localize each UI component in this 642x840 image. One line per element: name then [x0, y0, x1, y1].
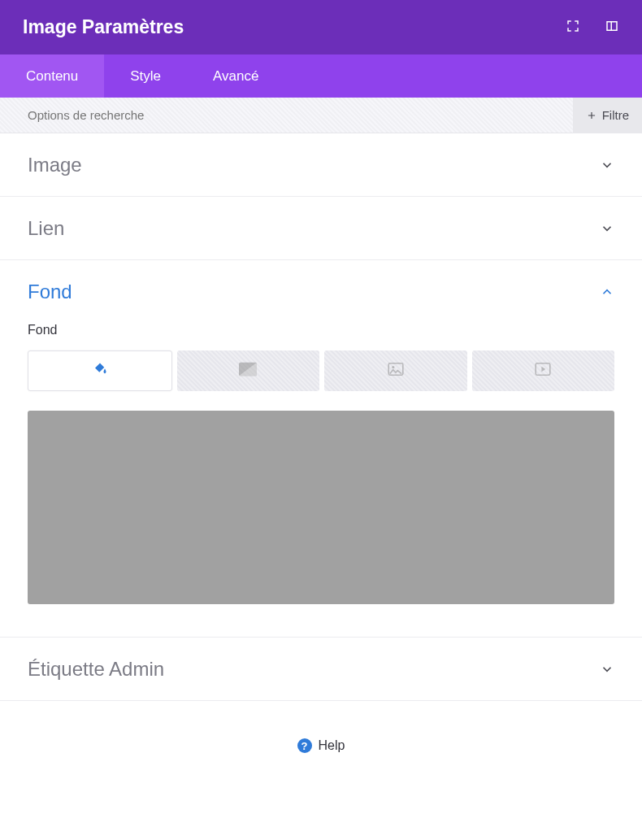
fond-field-label: Fond [28, 323, 614, 337]
search-input[interactable] [28, 108, 397, 122]
image-icon [388, 363, 404, 379]
section-lien: Lien [0, 197, 642, 260]
chevron-up-icon [600, 285, 614, 299]
section-lien-header[interactable]: Lien [0, 197, 642, 259]
help-label: Help [319, 738, 345, 753]
bg-tab-gradient[interactable] [177, 350, 320, 391]
tab-avance[interactable]: Avancé [187, 54, 284, 98]
section-fond-body: Fond [0, 323, 642, 637]
section-image: Image [0, 133, 642, 197]
bg-tab-image[interactable] [324, 350, 467, 391]
section-lien-title: Lien [28, 217, 64, 240]
video-icon [535, 363, 551, 379]
section-fond-title: Fond [28, 281, 72, 303]
chevron-down-icon [600, 662, 614, 677]
panel-title: Image Paramètres [23, 16, 184, 38]
section-fond-header[interactable]: Fond [0, 260, 642, 323]
tab-style[interactable]: Style [104, 54, 187, 98]
filter-button[interactable]: Filtre [573, 98, 642, 133]
bg-tab-color[interactable] [28, 350, 172, 391]
section-etiquette-title: Étiquette Admin [28, 658, 164, 681]
header-actions [566, 19, 619, 37]
section-etiquette-admin: Étiquette Admin [0, 638, 642, 701]
expand-icon[interactable] [566, 19, 580, 37]
panel-header: Image Paramètres [0, 0, 642, 54]
filter-label: Filtre [602, 108, 629, 122]
gradient-icon [239, 362, 257, 380]
bg-tab-video[interactable] [472, 350, 615, 391]
background-preview[interactable] [28, 411, 614, 604]
section-etiquette-header[interactable]: Étiquette Admin [0, 638, 642, 700]
section-image-title: Image [28, 154, 82, 176]
paint-bucket-icon [93, 362, 107, 380]
section-image-header[interactable]: Image [0, 133, 642, 196]
help-link[interactable]: ? Help [0, 727, 642, 764]
svg-point-2 [392, 366, 394, 368]
plus-icon [586, 110, 597, 121]
background-type-tabs [28, 350, 614, 391]
chevron-down-icon [600, 158, 614, 172]
chevron-down-icon [600, 221, 614, 236]
section-fond: Fond Fond [0, 260, 642, 638]
main-tabs: Contenu Style Avancé [0, 54, 642, 98]
search-bar: Filtre [0, 98, 642, 133]
sidebar-toggle-icon[interactable] [605, 19, 619, 37]
help-icon: ? [297, 738, 312, 753]
tab-contenu[interactable]: Contenu [0, 54, 104, 98]
